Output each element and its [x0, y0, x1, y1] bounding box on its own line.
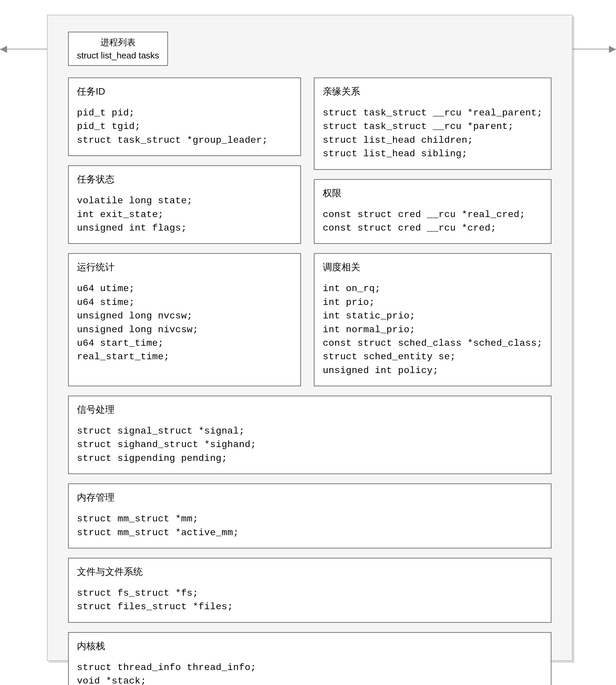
box-kinship: 亲缘关系 struct task_struct __rcu *real_pare… [314, 78, 551, 170]
header-subtitle: struct list_head tasks [77, 49, 159, 62]
box-code: const struct cred __rcu *real_cred; cons… [323, 208, 543, 235]
box-code: struct signal_struct *signal; struct sig… [77, 425, 543, 465]
row-1: 任务ID pid_t pid; pid_t tgid; struct task_… [68, 78, 551, 244]
box-code: struct task_struct __rcu *real_parent; s… [323, 106, 543, 161]
box-title: 内核栈 [77, 640, 543, 653]
row-6: 内核栈 struct thread_info thread_info; void… [68, 632, 551, 685]
row-5: 文件与文件系统 struct fs_struct *fs; struct fil… [68, 558, 551, 623]
col-left-1: 任务ID pid_t pid; pid_t tgid; struct task_… [68, 78, 301, 244]
box-title: 权限 [323, 187, 543, 200]
content-area: 任务ID pid_t pid; pid_t tgid; struct task_… [68, 78, 551, 685]
process-list-header: 进程列表 struct list_head tasks [68, 32, 168, 66]
diagram-canvas: 进程列表 struct list_head tasks 任务ID pid_t p… [0, 0, 616, 685]
row-3: 信号处理 struct signal_struct *signal; struc… [68, 396, 551, 474]
box-title: 任务状态 [77, 173, 292, 186]
box-title: 运行统计 [77, 261, 292, 274]
box-title: 文件与文件系统 [77, 565, 543, 578]
box-title: 信号处理 [77, 403, 543, 416]
box-signal: 信号处理 struct signal_struct *signal; struc… [68, 396, 551, 474]
box-title: 亲缘关系 [323, 85, 543, 98]
box-code: volatile long state; int exit_state; uns… [77, 194, 292, 235]
arrow-right-icon [609, 46, 616, 53]
box-code: int on_rq; int prio; int static_prio; in… [323, 282, 543, 378]
box-task-id: 任务ID pid_t pid; pid_t tgid; struct task_… [68, 78, 301, 156]
row-2: 运行统计 u64 utime; u64 stime; unsigned long… [68, 253, 551, 386]
row-4: 内存管理 struct mm_struct *mm; struct mm_str… [68, 484, 551, 549]
col-right-1: 亲缘关系 struct task_struct __rcu *real_pare… [314, 78, 551, 244]
box-code: struct thread_info thread_info; void *st… [77, 661, 543, 685]
box-title: 任务ID [77, 85, 292, 98]
box-title: 调度相关 [323, 261, 543, 274]
box-sched: 调度相关 int on_rq; int prio; int static_pri… [314, 253, 551, 386]
box-code: pid_t pid; pid_t tgid; struct task_struc… [77, 106, 292, 147]
box-task-state: 任务状态 volatile long state; int exit_state… [68, 165, 301, 244]
arrow-left-icon [0, 46, 7, 53]
box-files: 文件与文件系统 struct fs_struct *fs; struct fil… [68, 558, 551, 623]
box-kstack: 内核栈 struct thread_info thread_info; void… [68, 632, 551, 685]
box-code: u64 utime; u64 stime; unsigned long nvcs… [77, 282, 292, 364]
box-title: 内存管理 [77, 491, 543, 504]
box-run-stats: 运行统计 u64 utime; u64 stime; unsigned long… [68, 253, 301, 386]
box-code: struct fs_struct *fs; struct files_struc… [77, 586, 543, 614]
box-memory: 内存管理 struct mm_struct *mm; struct mm_str… [68, 484, 551, 549]
header-title: 进程列表 [101, 36, 136, 49]
box-permission: 权限 const struct cred __rcu *real_cred; c… [314, 179, 551, 244]
box-code: struct mm_struct *mm; struct mm_struct *… [77, 512, 543, 540]
